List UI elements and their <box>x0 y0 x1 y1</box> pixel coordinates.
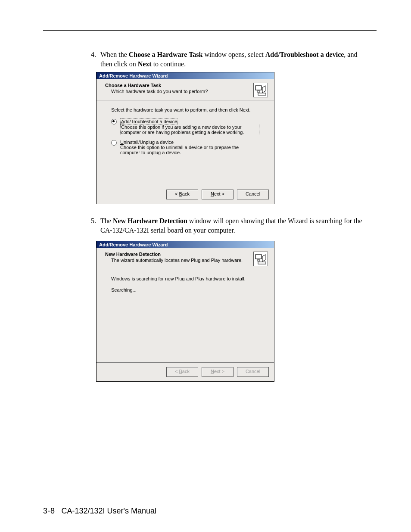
dialog-choose-hardware-task: Add/Remove Hardware Wizard Choose a Hard… <box>96 72 274 204</box>
mnemonic: U <box>120 140 124 145</box>
svg-rect-4 <box>257 260 260 261</box>
text: to continue. <box>152 60 186 68</box>
text-bold: Next <box>138 60 152 68</box>
dialog-header: New Hardware Detection The wizard automa… <box>97 248 274 269</box>
radio-button-icon <box>111 140 117 146</box>
manual-title: CA-132/132I User's Manual <box>62 507 157 515</box>
dialog-button-row: < Back Next > Cancel <box>97 185 274 204</box>
dialog-heading: New Hardware Detection <box>105 252 250 257</box>
radio-add-troubleshoot[interactable]: Add/Troubleshoot a device Choose this op… <box>111 118 259 135</box>
dialog-header: Choose a Hardware Task Which hardware ta… <box>97 79 274 100</box>
dialog-new-hardware-detection: Add/Remove Hardware Wizard New Hardware … <box>96 241 274 382</box>
dialog-heading: Choose a Hardware Task <box>105 83 250 88</box>
text-bold: Choose a Hardware Task <box>129 51 203 58</box>
text: ack <box>182 369 190 374</box>
cancel-button: Cancel <box>237 367 269 377</box>
step-4: 4. When the Choose a Hardware Task windo… <box>43 50 377 68</box>
step-5: 5. The New Hardware Detection window wil… <box>43 216 377 235</box>
hardware-wizard-icon <box>253 83 268 97</box>
radio-button-selected-icon <box>111 119 117 124</box>
dialog-body: Windows is searching for new Plug and Pl… <box>97 269 274 362</box>
dialog-subheading: Which hardware task do you want to perfo… <box>105 89 250 94</box>
radio-description: Choose this option if you are adding a n… <box>120 124 259 135</box>
dialog-body: Select the hardware task you want to per… <box>97 100 274 185</box>
text-bold: New Hardware Detection <box>113 217 187 224</box>
text: ext > <box>214 191 224 196</box>
svg-rect-0 <box>255 86 262 90</box>
back-button: < Back <box>166 367 198 377</box>
dialog-titlebar: Add/Remove Hardware Wizard <box>97 241 274 248</box>
text: window opens, select <box>202 51 265 58</box>
text: ninstall/Unplug a device <box>124 140 174 145</box>
hardware-wizard-icon <box>253 252 268 266</box>
page-footer: 3-8 CA-132/132I User's Manual <box>43 507 156 516</box>
text: When the <box>100 51 129 58</box>
radio-label: Uninstall/Unplug a device <box>120 140 174 145</box>
mnemonic: N <box>211 191 214 196</box>
text: ext > <box>214 369 224 374</box>
page-number: 3-8 <box>43 507 55 515</box>
step-5-number: 5. <box>84 216 100 235</box>
svg-rect-5 <box>258 262 266 264</box>
text: ack <box>182 191 190 196</box>
step-4-number: 4. <box>84 50 100 68</box>
top-rule <box>43 30 377 31</box>
svg-rect-1 <box>257 91 260 92</box>
dialog-subheading: The wizard automatically locates new Plu… <box>105 258 250 263</box>
cancel-button[interactable]: Cancel <box>237 190 269 199</box>
next-button[interactable]: Next > <box>202 190 234 199</box>
radio-label: Add/Troubleshoot a device <box>120 118 178 124</box>
dialog-titlebar: Add/Remove Hardware Wizard <box>97 72 274 79</box>
step-4-text: When the Choose a Hardware Task window o… <box>100 50 368 68</box>
mnemonic: N <box>211 369 214 374</box>
next-button: Next > <box>202 367 234 377</box>
mnemonic: B <box>179 369 182 374</box>
text-bold: Add/Troubleshoot a device <box>265 51 344 58</box>
dialog-searching: Searching... <box>111 287 259 292</box>
text: < <box>175 369 179 374</box>
svg-rect-2 <box>258 93 266 95</box>
dialog-button-row: < Back Next > Cancel <box>97 363 274 381</box>
text: The <box>100 217 113 224</box>
radio-uninstall-unplug[interactable]: Uninstall/Unplug a device Choose this op… <box>111 140 259 155</box>
dialog-line: Windows is searching for new Plug and Pl… <box>111 276 259 281</box>
step-5-text: The New Hardware Detection window will o… <box>100 216 368 235</box>
dialog-instruction: Select the hardware task you want to per… <box>111 107 259 112</box>
radio-description: Choose this option to uninstall a device… <box>120 145 259 155</box>
back-button[interactable]: < Back <box>166 190 198 199</box>
text: < <box>175 191 179 196</box>
svg-rect-3 <box>255 255 262 259</box>
mnemonic: B <box>179 191 182 196</box>
text: dd/Troubleshoot a device <box>124 119 177 124</box>
